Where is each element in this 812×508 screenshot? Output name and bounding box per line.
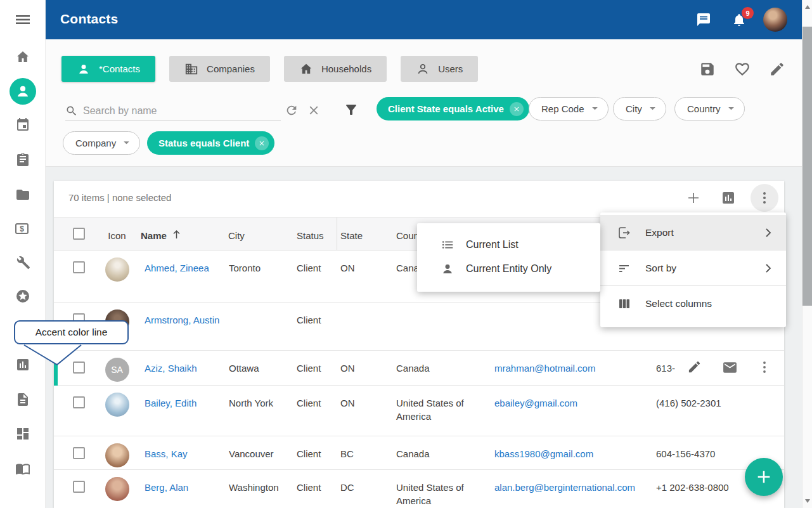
- contact-email-link[interactable]: alan.berg@berginternational.com: [494, 482, 635, 493]
- row-checkbox[interactable]: [73, 481, 85, 493]
- dollar-icon: $: [15, 223, 29, 234]
- sidebar-item-contacts[interactable]: [10, 78, 36, 105]
- select-all-checkbox[interactable]: [73, 228, 85, 240]
- contact-email-link[interactable]: kbass1980@gmail.com: [494, 448, 593, 459]
- contact-name-link[interactable]: Bailey, Edith: [145, 396, 197, 410]
- menu-item-select-columns[interactable]: Select columns: [600, 286, 786, 322]
- remove-filter-icon[interactable]: [510, 102, 524, 116]
- sidebar-item-notes[interactable]: [15, 392, 30, 407]
- row-menu-button[interactable]: [757, 360, 772, 375]
- chat-button[interactable]: [696, 12, 711, 27]
- cell-state: DC: [337, 470, 392, 508]
- table-row-active[interactable]: SA Aziz, Shaikh Ottawa Client ON Canada …: [54, 351, 784, 386]
- sort-icon: [617, 261, 632, 276]
- chevron-down-icon: [591, 107, 598, 111]
- scroll-up-arrow[interactable]: [805, 5, 810, 9]
- sidebar-item-billing[interactable]: $: [15, 221, 30, 237]
- chevron-down-icon: [649, 107, 656, 111]
- row-checkbox[interactable]: [73, 261, 85, 273]
- chip-label: Client State equals Active: [388, 103, 504, 114]
- table-row[interactable]: Bass, Kay Vancouver Client BC Canada kba…: [54, 436, 784, 470]
- export-submenu: Current List Current Entity Only: [417, 223, 600, 292]
- sidebar-item-dashboard[interactable]: [15, 426, 30, 441]
- sidebar-item-tools[interactable]: [15, 255, 30, 270]
- sidebar-item-calendar[interactable]: [15, 117, 30, 133]
- scrollbar-thumb[interactable]: [802, 27, 812, 306]
- tab-households[interactable]: Households: [284, 56, 387, 82]
- edit-view-button[interactable]: [769, 61, 785, 77]
- contact-email-link[interactable]: ebailey@gmail.com: [494, 398, 577, 408]
- clear-search-button[interactable]: [307, 103, 321, 117]
- tab-users[interactable]: Users: [401, 56, 478, 82]
- table-row[interactable]: Berg, Alan Washington Client DC United S…: [54, 470, 784, 508]
- contact-name-link[interactable]: Ahmed, Zineea: [145, 261, 209, 275]
- sidebar-item-tasks[interactable]: [15, 152, 30, 167]
- vertical-scrollbar[interactable]: [802, 0, 812, 508]
- filter-chip-company[interactable]: Company: [63, 131, 140, 155]
- callout-tail: [19, 344, 89, 366]
- cell-country: United States of America: [392, 470, 490, 508]
- cell-status: Client: [293, 251, 337, 302]
- column-header-status[interactable]: Status: [293, 218, 337, 250]
- column-header-icon[interactable]: Icon: [93, 218, 141, 250]
- sidebar-item-favorites[interactable]: [15, 289, 30, 304]
- email-contact-button[interactable]: [722, 360, 737, 375]
- cell-country: Canada: [392, 351, 490, 385]
- submenu-item-current-list[interactable]: Current List: [417, 233, 600, 257]
- filter-chip-status[interactable]: Status equals Client: [147, 131, 274, 155]
- user-avatar[interactable]: [763, 8, 787, 32]
- contact-email-link[interactable]: mrahman@hotmail.com: [494, 363, 595, 374]
- list-summary: 70 items | none selected: [68, 192, 171, 203]
- filter-chip-client-state[interactable]: Client State equals Active: [377, 97, 529, 120]
- cell-city: Washington: [225, 470, 293, 508]
- filter-chip-rep-code[interactable]: Rep Code: [529, 97, 609, 120]
- sidebar-item-documents[interactable]: [15, 187, 30, 202]
- scroll-down-arrow[interactable]: [805, 499, 810, 503]
- contact-name-link[interactable]: Armstrong, Austin: [145, 313, 219, 327]
- save-view-button[interactable]: [699, 61, 716, 77]
- sidebar-item-home[interactable]: [15, 49, 30, 65]
- column-header-name[interactable]: Name: [141, 218, 225, 250]
- refresh-icon: [285, 103, 299, 117]
- row-checkbox[interactable]: [73, 396, 85, 408]
- add-item-button[interactable]: [686, 190, 701, 205]
- refresh-search-button[interactable]: [285, 103, 299, 117]
- filter-panel: *Contacts Companies Households Users: [46, 39, 802, 167]
- submenu-item-current-entity-only[interactable]: Current Entity Only: [417, 257, 600, 281]
- list-menu-button[interactable]: [751, 184, 778, 212]
- hamburger-menu-button[interactable]: [15, 12, 30, 27]
- notifications-button[interactable]: 9: [731, 12, 747, 27]
- page-title: Contacts: [60, 11, 118, 27]
- contact-name-link[interactable]: Aziz, Shaikh: [145, 361, 197, 375]
- chart-view-button[interactable]: [721, 190, 736, 205]
- remove-filter-icon[interactable]: [255, 136, 269, 150]
- filter-chip-country[interactable]: Country: [674, 97, 745, 120]
- wrench-icon: [15, 255, 30, 270]
- cell-status: Client: [293, 386, 337, 436]
- menu-item-sort-by[interactable]: Sort by: [600, 251, 786, 286]
- menu-item-export[interactable]: Export: [600, 215, 786, 251]
- search-input[interactable]: [83, 105, 267, 117]
- tab-contacts[interactable]: *Contacts: [61, 56, 155, 82]
- edit-contact-button[interactable]: [687, 360, 702, 375]
- cell-city: Toronto: [225, 251, 293, 302]
- plus-icon: [686, 190, 701, 205]
- tab-companies[interactable]: Companies: [169, 56, 270, 82]
- column-header-state[interactable]: State: [337, 218, 392, 250]
- filter-button[interactable]: [344, 102, 358, 116]
- row-checkbox[interactable]: [73, 447, 85, 459]
- avatar-initials: SA: [105, 358, 129, 382]
- accent-color-line-callout: Accent color line: [14, 320, 129, 344]
- sidebar-item-library[interactable]: [15, 461, 30, 476]
- add-contact-fab[interactable]: [745, 458, 783, 496]
- cell-city: Ottawa: [225, 351, 293, 385]
- favorite-view-button[interactable]: [734, 61, 751, 77]
- table-row[interactable]: Bailey, Edith North York Client ON Unite…: [54, 386, 784, 436]
- column-header-city[interactable]: City: [225, 218, 293, 250]
- filter-chip-city[interactable]: City: [613, 97, 666, 120]
- dashboard-grid-icon: [15, 426, 30, 441]
- contact-name-link[interactable]: Bass, Kay: [145, 447, 188, 460]
- chevron-down-icon: [123, 141, 130, 145]
- contact-name-link[interactable]: Berg, Alan: [145, 481, 188, 494]
- app-header: Contacts 9: [46, 0, 802, 39]
